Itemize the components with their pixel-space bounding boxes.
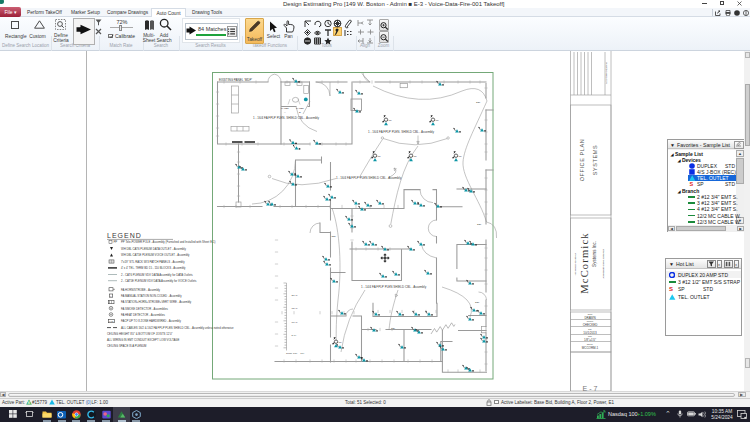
svg-text:FACP: FACP [109,320,113,322]
svg-text:Checked: Checked [587,321,593,322]
svg-text:FA MANUAL STATION NON-CODED -: FA MANUAL STATION NON-CODED - Assembly [121,294,182,298]
svg-text:PP Tele-POWER POLE - Assemb: PP Tele-POWER POLE - Assembly (Furnished… [121,240,215,244]
svg-text:EXISTING PANEL 'MDP': EXISTING PANEL 'MDP' [219,78,252,82]
svg-text:WH DBL CAT5E PLENUM VOICE OUTL: WH DBL CAT5E PLENUM VOICE OUTLET - Assem… [121,253,190,257]
svg-text:Date: Date [588,328,591,330]
svg-text:Systems Inc.: Systems Inc. [592,241,597,267]
svg-text:1 - 16/4 FA FPLP PLEN. SHIELD: 1 - 16/4 FA FPLP PLEN. SHIELD CBL - Asse… [368,130,435,134]
svg-text:10' 0": 10' 0" [292,321,298,324]
svg-text:A: A [27,400,30,405]
svg-text:1 - 16/4 FA FPLP PLEN. SHIELD: 1 - 16/4 FA FPLP PLEN. SHIELD CBL - Asse… [253,116,320,120]
svg-text:220: 220 [475,301,480,304]
svg-text:Drawn: Drawn [588,314,593,315]
svg-text:10/1/2013: 10/1/2013 [583,331,597,335]
svg-text:FACP UP TO 8 ZONE HARDWIRED -: FACP UP TO 8 ZONE HARDWIRED - Assembly [121,319,181,323]
svg-text:PP: PP [114,240,118,244]
svg-text:2 - CAT6 PLENUM VDV DATA Assem: 2 - CAT6 PLENUM VDV DATA Assembly for DA… [121,273,193,277]
svg-text:(800) 444-4890 (480) 855-891: (800) 444-4890 (480) 855-8914 [575,253,576,275]
svg-text:OFFICE PLAN: OFFICE PLAN [579,139,585,182]
svg-text:ALL CABLES 16/2 & 16/2 FA FPLP: ALL CABLES 16/2 & 16/2 FA FPLP PLEN SHIE… [121,326,234,330]
svg-text:NO. DATE REVISION and SH: NO. DATE REVISION and SH [605,62,607,84]
svg-text:F: F [110,296,111,297]
svg-text:15' 0": 15' 0" [292,307,298,310]
svg-text:4' x 4' TEL. TERM BD 15 - 110: 4' x 4' TEL. TERM BD 15 - 110 BLOCKS - A… [121,266,186,270]
svg-text:Scale 1/8" = 1'0": Scale 1/8" = 1'0" [286,352,304,355]
svg-text:McCormick: McCormick [579,232,590,294]
svg-text:LEGEND: LEGEND [107,232,142,239]
svg-text:20' 0": 20' 0" [292,294,298,297]
svg-text:SYSTEMS: SYSTEMS [592,145,598,175]
svg-text:DRAWN: DRAWN [584,316,595,320]
svg-text:ALL WIRING IN EMT CONDUIT EXCE: ALL WIRING IN EMT CONDUIT EXCEPT LOW VOL… [107,338,180,342]
svg-text:FA HEAT DETECTOR - Assemblie: FA HEAT DETECTOR - Assemblies [121,313,166,317]
svg-text:5' 0": 5' 0" [292,334,297,337]
svg-text:1 - 14/4 FA FPLP PLEN SHIELD: 1 - 14/4 FA FPLP PLEN SHIELD CBL - Assem… [361,285,427,289]
svg-text:CEILING HEIGHT 8'0" & BOTTOM O: CEILING HEIGHT 8'0" & BOTTOM OF JOISTS 1… [107,332,172,336]
svg-text:1/8"=1'0": 1/8"=1'0" [584,338,596,342]
svg-text:220: 220 [332,235,337,238]
svg-text:FA SMOKE DETECTOR - Assembli: FA SMOKE DETECTOR - Assemblies [121,307,168,311]
svg-text:WH DBL CAT6 PLENUM DATA OUTLET: WH DBL CAT6 PLENUM DATA OUTLET - Assembl… [121,247,186,251]
svg-text:MCCORM-1: MCCORM-1 [582,346,599,350]
svg-text:CEILING SPACE IS A PLENUM: CEILING SPACE IS A PLENUM [107,344,147,348]
svg-text:1 - 16/4 FA FPLP PLEN SHIELD: 1 - 16/4 FA FPLP PLEN SHIELD CBL - Assem… [336,176,402,180]
svg-text:220: 220 [476,101,481,104]
svg-text:149 West Boston Chandler, Ar: 149 West Boston Chandler, Arizona 85225 [602,249,605,279]
svg-text:7'x19" STL RACK W/3 PATCH PANE: 7'x19" STL RACK W/3 PATCH PANELS - Assem… [121,260,185,264]
svg-text:B: B [299,111,301,114]
svg-text:A: A [284,111,286,114]
svg-text:FA HORN/STROBE - Assembly: FA HORN/STROBE - Assembly [121,288,161,292]
svg-text:FA STATION+HORN+STROBE+VERT WI: FA STATION+HORN+STROBE+VERT WIRE - Assem… [121,300,192,304]
svg-text:220: 220 [477,223,482,226]
svg-text:2 - CAT5E PLENUM VDV DATA Asse: 2 - CAT5E PLENUM VDV DATA Assembly for V… [121,279,197,283]
svg-text:CHECKED: CHECKED [583,323,599,327]
